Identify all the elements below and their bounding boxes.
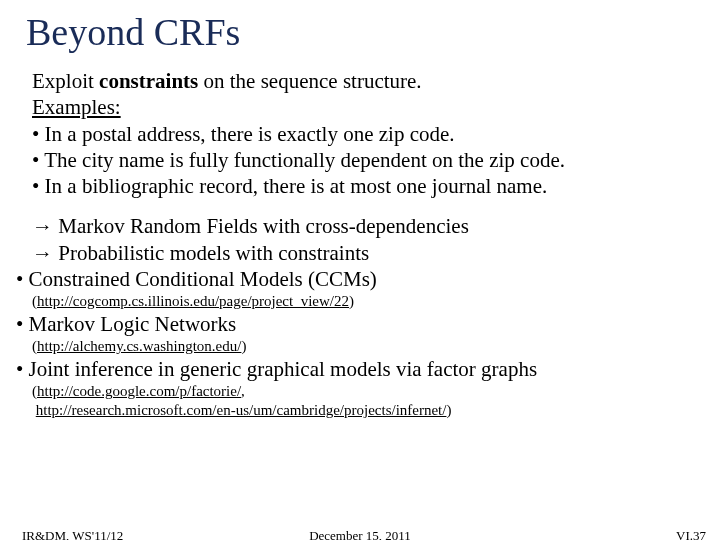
slide: Beyond CRFs Exploit constraints on the s…	[0, 0, 720, 540]
link-joint-line: (http://code.google.com/p/factorie/, htt…	[32, 382, 694, 420]
example-1: • In a postal address, there is exactly …	[32, 121, 694, 147]
examples-label: Examples:	[32, 95, 121, 119]
slide-title: Beyond CRFs	[26, 10, 700, 54]
arrow-line-2: → Probabilistic models with constraints	[32, 240, 694, 266]
link-sep: ,	[241, 383, 245, 399]
example-2: • The city name is fully functionally de…	[32, 147, 694, 173]
sub-joint: • Joint inference in generic graphical m…	[32, 356, 694, 382]
paren-close: )	[349, 293, 354, 309]
footer-right: VI.37	[676, 528, 706, 540]
footer-center: December 15, 2011	[0, 528, 720, 540]
link-infernet[interactable]: http://research.microsoft.com/en-us/um/c…	[36, 402, 447, 418]
arrow-line-1: → Markov Random Fields with cross-depend…	[32, 213, 694, 239]
paren-close: )	[241, 338, 246, 354]
example-3: • In a bibliographic record, there is at…	[32, 173, 694, 199]
slide-body: Exploit constraints on the sequence stru…	[32, 68, 694, 420]
intro-pre: Exploit	[32, 69, 99, 93]
link-ccm[interactable]: http://cogcomp.cs.illinois.edu/page/proj…	[37, 293, 349, 309]
link-mln-line: (http://alchemy.cs.washington.edu/)	[32, 337, 694, 356]
link-ccm-line: (http://cogcomp.cs.illinois.edu/page/pro…	[32, 292, 694, 311]
link-mln[interactable]: http://alchemy.cs.washington.edu/	[37, 338, 241, 354]
intro-bold: constraints	[99, 69, 198, 93]
intro-line: Exploit constraints on the sequence stru…	[32, 68, 694, 94]
sub-mln: • Markov Logic Networks	[32, 311, 694, 337]
paren-close: )	[446, 402, 451, 418]
sub-ccm: • Constrained Conditional Models (CCMs)	[32, 266, 694, 292]
intro-post: on the sequence structure.	[198, 69, 421, 93]
link-factorie[interactable]: http://code.google.com/p/factorie/	[37, 383, 241, 399]
